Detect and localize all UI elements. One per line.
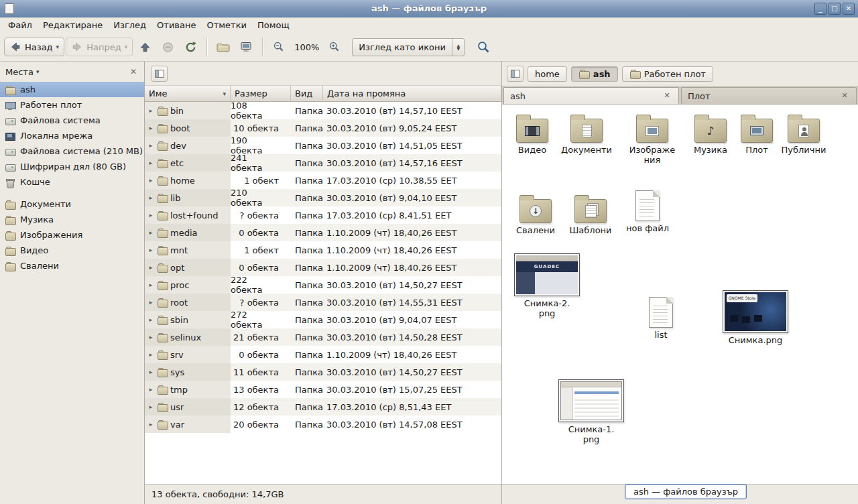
back-button[interactable]: Назад ▾	[4, 38, 64, 56]
breadcrumb-ash[interactable]: ash	[571, 66, 618, 82]
minimize-button[interactable]: _	[814, 3, 826, 15]
home-button[interactable]	[212, 36, 234, 58]
file-item[interactable]: ♪ Музика	[688, 113, 733, 155]
taskbar-window-button[interactable]: ash — файлов браузър	[625, 484, 747, 499]
pane-location-button[interactable]	[151, 66, 168, 82]
expander-icon[interactable]: ▸	[147, 107, 154, 114]
places-close-button[interactable]: ✕	[128, 67, 139, 76]
back-dropdown-icon[interactable]: ▾	[56, 44, 60, 50]
menu-item[interactable]: Отметки	[201, 19, 251, 32]
file-item[interactable]: Публични	[778, 113, 829, 155]
table-row[interactable]: ▸ bin 108 обекта Папка 30.03.2010 (вт) 1…	[145, 102, 501, 119]
expander-icon[interactable]: ▸	[147, 264, 154, 271]
table-row[interactable]: ▸ dev 190 обекта Папка 30.03.2010 (вт) 1…	[145, 137, 501, 154]
expander-icon[interactable]: ▸	[147, 194, 154, 201]
up-button[interactable]	[134, 36, 156, 58]
table-row[interactable]: ▸ lost+found ? обекта Папка 17.03.2010 (…	[145, 206, 501, 224]
expander-icon[interactable]: ▸	[147, 247, 154, 253]
column-header-size[interactable]: Размер	[231, 86, 291, 101]
expander-icon[interactable]: ▸	[147, 403, 154, 410]
table-row[interactable]: ▸ lib 210 обекта Папка 30.03.2010 (вт) 9…	[145, 189, 501, 206]
breadcrumb-desktop[interactable]: Работен плот	[622, 66, 713, 82]
table-row[interactable]: ▸ mnt 1 обект Папка 1.10.2009 (чт) 18,40…	[145, 241, 501, 259]
expander-icon[interactable]: ▸	[147, 281, 154, 288]
expander-icon[interactable]: ▸	[147, 212, 154, 218]
file-item[interactable]: Документи	[561, 113, 612, 155]
icon-canvas[interactable]: Видео Документи Изображения ♪ Музика Пло…	[502, 104, 858, 484]
file-item[interactable]: GUADEC Снимка-2.png	[513, 253, 581, 319]
tab-close-icon[interactable]: ✕	[839, 90, 850, 101]
table-row[interactable]: ▸ opt 0 обекта Папка 1.10.2009 (чт) 18,4…	[145, 259, 501, 276]
menu-item[interactable]: Изглед	[108, 19, 151, 32]
expander-icon[interactable]: ▸	[147, 421, 154, 428]
stop-button[interactable]	[157, 36, 178, 58]
expander-icon[interactable]: ▸	[147, 369, 154, 375]
table-row[interactable]: ▸ home 1 обект Папка 17.03.2010 (ср) 10,…	[145, 172, 501, 189]
table-row[interactable]: ▸ sys 11 обекта Папка 30.03.2010 (вт) 14…	[145, 363, 501, 381]
zoom-in-button[interactable]	[324, 36, 345, 58]
table-row[interactable]: ▸ selinux 21 обекта Папка 30.03.2010 (вт…	[145, 328, 501, 346]
menu-item[interactable]: Файл	[3, 19, 38, 32]
close-button[interactable]: ✕	[843, 3, 855, 15]
tab-close-icon[interactable]: ✕	[662, 90, 672, 101]
table-row[interactable]: ▸ proc 222 обекта Папка 30.03.2010 (вт) …	[145, 276, 501, 294]
view-mode-select[interactable]: Изглед като икони ▲▼	[352, 38, 465, 56]
places-dropdown-icon[interactable]: ▾	[36, 68, 40, 75]
column-header-type[interactable]: Вид	[291, 86, 323, 101]
file-item[interactable]: GNOME Store Снимка.png	[721, 290, 790, 346]
file-item[interactable]: Видео	[510, 113, 554, 155]
file-item[interactable]: Плот	[737, 113, 777, 155]
computer-button[interactable]	[235, 36, 257, 58]
table-row[interactable]: ▸ usr 12 обекта Папка 17.03.2010 (ср) 8,…	[145, 398, 501, 416]
sidebar-place-item[interactable]: Свалени	[0, 258, 144, 273]
file-item[interactable]: Шаблони	[567, 194, 614, 236]
sidebar-place-item[interactable]: Документи	[0, 196, 144, 212]
file-item[interactable]: ↓ Свалени	[512, 194, 559, 236]
menu-item[interactable]: Отиване	[151, 19, 201, 32]
table-row[interactable]: ▸ sbin 272 обекта Папка 30.03.2010 (вт) …	[145, 311, 501, 328]
tab-ash[interactable]: ash ✕	[503, 87, 679, 104]
expander-icon[interactable]: ▸	[147, 299, 154, 306]
menu-item[interactable]: Помощ	[252, 19, 295, 32]
table-row[interactable]: ▸ tmp 13 обекта Папка 30.03.2010 (вт) 15…	[145, 381, 501, 398]
places-title[interactable]: Места	[5, 67, 34, 77]
sidebar-place-item[interactable]: Изображения	[0, 227, 144, 243]
sidebar-place-item[interactable]: Локална мрежа	[0, 128, 144, 143]
table-row[interactable]: ▸ root ? обекта Папка 30.03.2010 (вт) 14…	[145, 294, 501, 311]
expander-icon[interactable]: ▸	[147, 142, 154, 149]
table-row[interactable]: ▸ srv 0 обекта Папка 1.10.2009 (чт) 18,4…	[145, 346, 501, 363]
forward-button[interactable]: Напред ▾	[66, 38, 133, 56]
expander-icon[interactable]: ▸	[147, 125, 154, 131]
table-row[interactable]: ▸ etc 241 обекта Папка 30.03.2010 (вт) 1…	[145, 154, 501, 172]
sidebar-place-item[interactable]: Файлова система (210 MB)	[0, 143, 144, 159]
expander-icon[interactable]: ▸	[147, 316, 154, 323]
breadcrumb-home[interactable]: home	[528, 66, 567, 82]
sidebar-place-item[interactable]: Работен плот	[0, 97, 144, 113]
table-row[interactable]: ▸ var 20 обекта Папка 30.03.2010 (вт) 14…	[145, 416, 501, 433]
expander-icon[interactable]: ▸	[147, 334, 154, 340]
file-item[interactable]: Изображения	[626, 113, 678, 166]
search-button[interactable]	[473, 36, 494, 58]
expander-icon[interactable]: ▸	[147, 351, 154, 358]
file-item[interactable]: нов файл	[625, 190, 670, 234]
zoom-out-button[interactable]	[268, 36, 290, 58]
file-item[interactable]: list	[639, 297, 683, 340]
column-header-modified[interactable]: Дата на промяна	[323, 86, 501, 101]
pane-location-button[interactable]	[507, 66, 524, 82]
tab-plot[interactable]: Плот ✕	[681, 87, 857, 104]
sidebar-place-item[interactable]: Видео	[0, 243, 144, 258]
expander-icon[interactable]: ▸	[147, 177, 154, 184]
file-item[interactable]: Снимка-1.png	[557, 379, 625, 445]
sidebar-place-item[interactable]: Кошче	[0, 174, 144, 190]
sidebar-place-item[interactable]: Шифриран дял (80 GB)	[0, 159, 144, 174]
expander-icon[interactable]: ▸	[147, 386, 154, 393]
table-row[interactable]: ▸ boot 10 обекта Папка 30.03.2010 (вт) 9…	[145, 119, 501, 137]
sidebar-place-item[interactable]: ash	[0, 82, 144, 97]
reload-button[interactable]	[180, 36, 201, 58]
sidebar-place-item[interactable]: Файлова система	[0, 113, 144, 128]
maximize-button[interactable]: □	[829, 3, 841, 15]
menu-item[interactable]: Редактиране	[38, 19, 108, 32]
expander-icon[interactable]: ▸	[147, 229, 154, 236]
expander-icon[interactable]: ▸	[147, 160, 154, 166]
sidebar-place-item[interactable]: Музика	[0, 212, 144, 227]
